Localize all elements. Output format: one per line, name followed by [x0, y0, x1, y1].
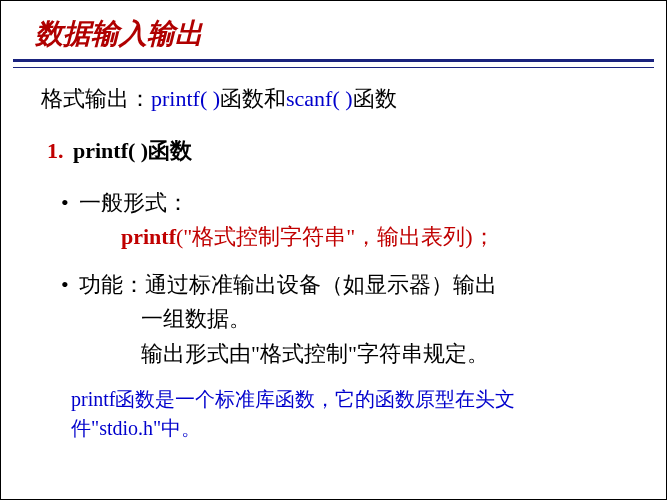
section-heading: 1. printf( )函数: [47, 134, 636, 168]
section-title: printf( )函数: [73, 138, 192, 163]
code-fn-name: printf: [121, 224, 176, 249]
footnote: printf函数是一个标准库函数，它的函数原型在头文件"stdio.h"中。: [71, 385, 636, 443]
fn-scanf: scanf( ): [286, 86, 353, 111]
bullet-icon: •: [61, 268, 79, 302]
bullet-1-code: printf("格式控制字符串"，输出表列)；: [121, 220, 636, 254]
divider: [13, 59, 654, 68]
bullet-icon: •: [61, 186, 79, 220]
fn-printf: printf( ): [151, 86, 220, 111]
text-post: 函数: [353, 86, 397, 111]
bullet-2: • 功能：通过标准输出设备（如显示器）输出 一组数据。 输出形式由"格式控制"字…: [61, 268, 636, 370]
code-args: ("格式控制字符串"，输出表列)；: [176, 224, 495, 249]
slide-body: 格式输出：printf( )函数和scanf( )函数 1. printf( )…: [1, 68, 666, 443]
bullet-2-line3: 输出形式由"格式控制"字符串规定。: [141, 337, 636, 371]
text-prefix: 格式输出：: [41, 86, 151, 111]
text-mid: 函数和: [220, 86, 286, 111]
section-number: 1.: [47, 138, 64, 163]
slide: 数据输入输出 格式输出：printf( )函数和scanf( )函数 1. pr…: [0, 0, 667, 500]
bullet-1-label: 一般形式：: [79, 186, 189, 220]
bullet-2-line2: 一组数据。: [141, 302, 636, 336]
slide-title: 数据输入输出: [1, 1, 666, 59]
bullet-1: • 一般形式： printf("格式控制字符串"，输出表列)；: [61, 186, 636, 254]
subtitle-line: 格式输出：printf( )函数和scanf( )函数: [41, 82, 636, 116]
bullet-2-line1: 功能：通过标准输出设备（如显示器）输出: [79, 268, 497, 302]
